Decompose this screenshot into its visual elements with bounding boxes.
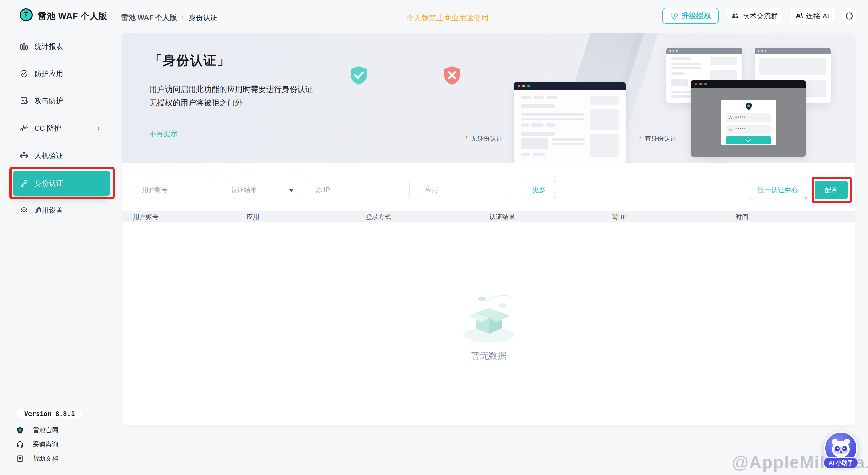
login-window-mockup: ****** ****** (691, 80, 806, 157)
ai-logo-icon: A\ (796, 12, 803, 20)
breadcrumb-separator-icon: › (181, 13, 184, 22)
upgrade-license-button[interactable]: 升级授权 (662, 8, 719, 24)
sidebar-item-general-settings[interactable]: 通用设置 (20, 202, 63, 218)
people-group-icon (731, 12, 739, 20)
chevron-right-icon: › (97, 123, 100, 133)
sidebar-item-attack-protection[interactable]: 攻击防护 (20, 93, 63, 109)
empty-state-text: 暂无数据 (122, 350, 855, 362)
banner-title: 「身份认证」 (149, 52, 231, 69)
col-time: 时间 (735, 213, 748, 221)
more-filters-button[interactable]: 更多 (523, 181, 555, 198)
x-shield-icon (442, 66, 461, 85)
auth-result-select[interactable] (224, 181, 300, 199)
app-title: 雷池 WAF 个人版 (38, 11, 107, 22)
banner-description-line2: 无授权的用户将被拒之门外 (149, 98, 243, 108)
check-shield-icon (349, 66, 368, 85)
footer-link-label: 采购咨询 (33, 440, 58, 449)
attack-log-icon (20, 96, 28, 105)
no-auth-label: *无身份认证 (465, 134, 502, 143)
sidebar-item-protected-apps[interactable]: 防护应用 (20, 65, 63, 82)
pulse-icon (20, 124, 28, 133)
sidebar-item-statistics[interactable]: 统计报表 (20, 38, 63, 55)
sidebar-item-identity-auth-active[interactable]: 身份认证 (13, 171, 110, 196)
col-app: 应用 (246, 213, 259, 221)
empty-state-illustration (122, 292, 855, 347)
col-auth-result: 认证结果 (489, 213, 515, 221)
sidebar-item-label: 通用设置 (35, 205, 63, 215)
user-account-input[interactable] (135, 181, 215, 199)
shield-logo-icon (745, 102, 752, 111)
footer-link-label: 帮助文档 (33, 454, 58, 463)
source-ip-input[interactable] (309, 181, 410, 199)
breadcrumb-root[interactable]: 雷池 WAF 个人版 (121, 13, 177, 22)
key-icon (20, 179, 28, 188)
headset-icon (16, 441, 24, 448)
version-badge: Version 8.8.1 (16, 409, 83, 419)
mock-login-button (726, 136, 771, 144)
logout-button[interactable] (841, 7, 858, 24)
with-auth-label: *有身份认证 (639, 134, 676, 143)
sidebar-item-captcha[interactable]: 人机验证 (20, 147, 63, 164)
col-login-method: 登录方式 (366, 213, 391, 221)
breadcrumb-current: 身份认证 (189, 13, 217, 22)
gear-icon (20, 206, 28, 215)
mock-password-field: ****** (726, 125, 771, 134)
app-input[interactable] (418, 181, 512, 199)
logout-icon (845, 11, 854, 21)
browser-mockup-no-auth (514, 82, 626, 163)
panda-icon (830, 438, 852, 458)
config-button[interactable]: 配置 (815, 181, 848, 199)
sidebar-item-label: 攻击防护 (35, 96, 63, 105)
robot-icon (20, 151, 28, 160)
sidebar-item-label: 人机验证 (35, 151, 63, 160)
banner-description-line1: 用户访问启用此功能的应用时需要进行身份认证 (149, 84, 313, 95)
document-icon (16, 455, 24, 462)
shield-check-icon (20, 69, 28, 78)
safeline-shield-icon (16, 427, 24, 434)
upgrade-button-label: 升级授权 (682, 11, 711, 21)
bar-chart-icon (20, 42, 28, 51)
col-source-ip: 源 IP (612, 213, 627, 221)
sidebar-item-label: 防护应用 (35, 69, 63, 78)
footer-link-official-site[interactable]: 雷池官网 (16, 425, 58, 435)
app-logo-icon (20, 8, 33, 21)
footer-link-label: 雷池官网 (33, 426, 58, 435)
community-button-label: 技术交流群 (743, 11, 778, 21)
connect-ai-label: 连接 AI (806, 11, 829, 21)
footer-link-docs[interactable]: 帮助文档 (16, 454, 58, 464)
required-asterisk: * (465, 135, 468, 142)
license-warning-text: 个人版禁止商业用途使用 (397, 13, 498, 23)
mock-username-field: ****** (726, 113, 771, 122)
sidebar-item-label: 统计报表 (35, 42, 63, 51)
sidebar-item-cc-protection[interactable]: CC 防护 › (20, 120, 61, 136)
sso-center-button[interactable]: 统一认证中心 (749, 181, 807, 199)
community-group-button[interactable]: 技术交流群 (727, 8, 782, 24)
feature-banner: 「身份认证」 用户访问启用此功能的应用时需要进行身份认证 无授权的用户将被拒之门… (122, 33, 855, 163)
connect-ai-button[interactable]: A\ 连接 AI (790, 8, 835, 24)
col-user-account: 用户账号 (133, 213, 159, 221)
sidebar-item-label: CC 防护 (35, 123, 61, 133)
dismiss-banner-link[interactable]: 不再提示 (149, 129, 178, 138)
sidebar-item-label: 身份认证 (35, 179, 63, 188)
breadcrumb: 雷池 WAF 个人版 › 身份认证 (121, 13, 217, 22)
footer-link-purchase[interactable]: 采购咨询 (16, 439, 58, 450)
required-asterisk: * (639, 135, 642, 142)
ai-assistant-label[interactable]: AI 小助手 (823, 457, 859, 469)
gem-lightning-icon (670, 12, 679, 20)
table-header-row: 用户账号 应用 登录方式 认证结果 源 IP 时间 (122, 211, 855, 222)
